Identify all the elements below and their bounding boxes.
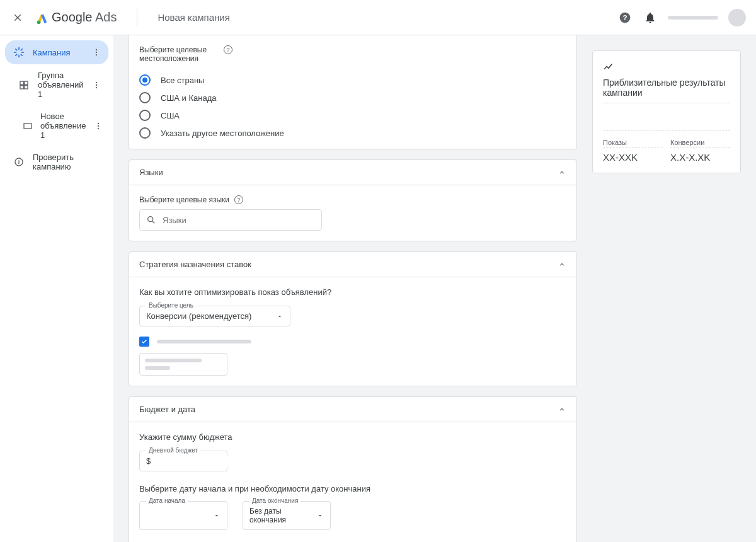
card-header-languages[interactable]: Языки: [129, 160, 576, 185]
bidding-checkbox[interactable]: [139, 337, 149, 347]
sidebar-item-ad[interactable]: Новое объявление 1: [15, 105, 108, 146]
performance-metrics: Показы XX-XXK Конверсии X.X-X.XK: [603, 139, 730, 163]
more-icon[interactable]: [92, 81, 101, 89]
goal-select[interactable]: Выберите цель Конверсии (рекомендуется): [139, 306, 290, 326]
radio-input[interactable]: [139, 74, 151, 86]
radio-other-location[interactable]: Указать другое местоположение: [139, 127, 566, 139]
help-icon[interactable]: ?: [234, 195, 243, 204]
header-right: ?: [617, 9, 746, 26]
campaign-icon: [13, 47, 25, 58]
bidding-question: Как вы хотите оптимизировать показ объяв…: [139, 287, 566, 297]
radio-label: Указать другое местоположение: [161, 129, 284, 138]
search-icon: [146, 215, 156, 225]
svg-line-21: [152, 221, 154, 223]
metric-impressions: Показы XX-XXK: [603, 139, 663, 163]
svg-point-5: [96, 54, 97, 55]
adgroup-icon: [18, 80, 30, 90]
svg-point-12: [96, 86, 97, 88]
svg-point-0: [37, 20, 41, 24]
card-languages: Языки Выберите целевые языки ?: [129, 159, 577, 241]
goal-select-value: Конверсии (рекомендуется): [146, 311, 251, 321]
section-title: Бюджет и дата: [139, 405, 195, 414]
sidebar-item-adgroup[interactable]: Группа объявлений 1: [10, 64, 108, 105]
end-date-label: Дата окончания: [249, 497, 301, 504]
radio-us-canada[interactable]: США и Канада: [139, 92, 566, 103]
more-icon[interactable]: [94, 122, 103, 130]
svg-rect-9: [25, 85, 28, 88]
redacted-line: [145, 366, 170, 370]
section-title: Стратегия назначения ставок: [139, 260, 251, 269]
svg-point-3: [96, 49, 97, 50]
performance-title: Приблизительные результаты кампании: [603, 78, 730, 103]
languages-search[interactable]: [139, 209, 322, 231]
logo-text: Google Ads: [52, 10, 117, 25]
chevron-down-icon: [213, 512, 220, 519]
card-locations: Выберите целевые местоположения ? Все ст…: [129, 35, 577, 149]
card-header-budget[interactable]: Бюджет и дата: [129, 397, 576, 422]
right-panel: Приблизительные результаты кампании Пока…: [592, 35, 756, 542]
chevron-up-icon: [558, 260, 566, 269]
help-icon[interactable]: ?: [617, 10, 633, 25]
close-button[interactable]: [10, 10, 25, 25]
svg-point-15: [97, 125, 98, 126]
ad-icon: [23, 121, 33, 131]
end-date-field[interactable]: Дата окончания Без даты окончания: [243, 501, 331, 530]
chevron-down-icon: [276, 313, 284, 320]
sidebar-item-label: Группа объявлений 1: [38, 71, 84, 99]
avatar[interactable]: [728, 9, 746, 26]
help-icon[interactable]: ?: [224, 45, 232, 54]
performance-chart-icon: [603, 61, 730, 72]
metric-conversions: Конверсии X.X-X.XK: [670, 139, 730, 163]
card-budget: Бюджет и дата Укажите сумму бюджета Днев…: [129, 396, 577, 542]
metric-value: XX-XXK: [603, 152, 663, 163]
google-ads-logo: Google Ads: [35, 10, 117, 25]
dates-label: Выберите дату начала и при необходимости…: [139, 484, 566, 493]
radio-input[interactable]: [139, 92, 151, 103]
performance-card: Приблизительные результаты кампании Пока…: [592, 50, 741, 173]
sidebar-item-label: Новое объявление 1: [40, 112, 86, 140]
svg-point-11: [96, 84, 97, 85]
radio-input[interactable]: [139, 110, 151, 121]
daily-budget-input[interactable]: [153, 456, 259, 466]
locations-radio-group: Все страны США и Канада США Указать друг…: [139, 74, 566, 139]
daily-budget-field[interactable]: Дневной бюджет $: [139, 451, 227, 471]
languages-input[interactable]: [163, 216, 315, 225]
sidebar-item-campaign[interactable]: Кампания: [5, 40, 108, 64]
metric-label: Показы: [603, 139, 663, 148]
radio-all-countries[interactable]: Все страны: [139, 74, 566, 86]
bidding-extra-box: [139, 353, 227, 376]
chevron-down-icon: [316, 512, 324, 519]
radio-label: США и Канада: [161, 93, 217, 103]
card-bidding: Стратегия назначения ставок Как вы хотит…: [129, 251, 577, 386]
svg-point-10: [96, 81, 97, 83]
daily-budget-label: Дневной бюджет: [146, 447, 200, 454]
start-date-field[interactable]: Дата начала: [139, 501, 227, 530]
svg-text:?: ?: [622, 13, 627, 21]
notifications-icon[interactable]: [643, 10, 658, 25]
locations-label: Выберите целевые местоположения: [139, 45, 209, 63]
sidebar-item-review[interactable]: Проверить кампанию: [5, 146, 108, 178]
divider: [137, 9, 137, 26]
radio-us[interactable]: США: [139, 110, 566, 121]
svg-point-14: [97, 122, 98, 124]
currency-symbol: $: [146, 456, 151, 466]
account-label-redacted: [668, 16, 718, 20]
more-icon[interactable]: [92, 48, 101, 57]
svg-rect-13: [24, 124, 32, 129]
bidding-checkbox-row: [139, 337, 566, 347]
start-date-label: Дата начала: [146, 497, 188, 504]
radio-input[interactable]: [139, 127, 151, 139]
metric-value: X.X-X.XK: [670, 152, 730, 163]
section-title: Языки: [139, 168, 163, 177]
svg-point-16: [97, 127, 98, 129]
end-date-value: Без даты окончания: [249, 507, 316, 524]
ads-logo-icon: [35, 11, 49, 25]
card-header-bidding[interactable]: Стратегия назначения ставок: [129, 252, 576, 277]
svg-point-4: [96, 52, 97, 53]
radio-label: Все страны: [161, 76, 204, 85]
goal-select-label: Выберите цель: [146, 302, 196, 309]
app-header: Google Ads Новая кампания ?: [0, 0, 756, 35]
content: Выберите целевые местоположения ? Все ст…: [113, 35, 592, 542]
svg-point-20: [148, 217, 153, 222]
sidebar-item-label: Проверить кампанию: [33, 153, 101, 171]
